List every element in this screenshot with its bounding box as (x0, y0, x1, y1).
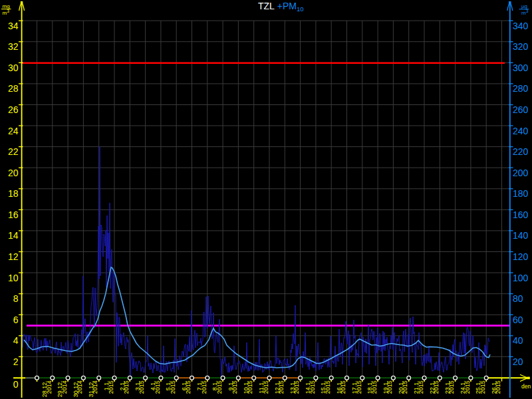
svg-text:den: den (521, 383, 531, 390)
svg-text:2015: 2015 (386, 380, 393, 394)
svg-text:2015: 2015 (293, 380, 300, 394)
svg-text:2015: 2015 (464, 380, 471, 394)
svg-text:2015: 2015 (418, 380, 424, 394)
svg-text:220: 220 (513, 146, 529, 157)
svg-text:34: 34 (8, 21, 19, 31)
svg-text:2015: 2015 (170, 380, 176, 394)
svg-text:2015: 2015 (216, 380, 223, 394)
svg-text:14: 14 (8, 230, 19, 241)
svg-text:2015: 2015 (123, 380, 130, 394)
svg-text:18: 18 (8, 188, 19, 199)
svg-text:240: 240 (513, 126, 529, 136)
svg-text:2014: 2014 (46, 380, 53, 394)
svg-text:0: 0 (13, 379, 19, 390)
svg-text:2015: 2015 (479, 380, 486, 394)
svg-text:TZL: TZL (258, 1, 275, 11)
svg-text:180: 180 (513, 188, 529, 199)
svg-text:280: 280 (513, 83, 529, 94)
svg-text:20: 20 (513, 356, 523, 367)
svg-text:2015: 2015 (495, 380, 501, 394)
svg-text:8: 8 (13, 293, 19, 304)
svg-text:2015: 2015 (201, 380, 207, 394)
svg-text:2015: 2015 (309, 380, 316, 394)
svg-text:2015: 2015 (278, 380, 285, 394)
svg-text:320: 320 (513, 41, 529, 52)
svg-text:2015: 2015 (263, 380, 269, 394)
svg-text:2015: 2015 (247, 380, 254, 394)
svg-text:160: 160 (513, 209, 529, 220)
svg-text:12: 12 (8, 251, 19, 262)
svg-text:2015: 2015 (138, 380, 145, 394)
svg-text:2015: 2015 (185, 380, 192, 394)
svg-text:2014: 2014 (76, 380, 83, 394)
svg-text:140: 140 (513, 230, 529, 241)
svg-text:200: 200 (513, 168, 529, 178)
svg-text:32: 32 (8, 41, 19, 52)
svg-text:300: 300 (513, 63, 529, 73)
svg-text:16: 16 (8, 209, 19, 220)
svg-text:80: 80 (513, 293, 523, 304)
svg-text:22: 22 (8, 146, 19, 157)
svg-text:20: 20 (8, 168, 19, 178)
svg-text:60: 60 (513, 315, 523, 325)
svg-text:2015: 2015 (325, 380, 331, 394)
svg-text:2: 2 (13, 356, 19, 367)
svg-text:6: 6 (13, 315, 19, 325)
svg-text:30: 30 (8, 63, 19, 73)
svg-text:2015: 2015 (371, 380, 378, 394)
svg-text:2015: 2015 (402, 380, 409, 394)
svg-text:40: 40 (513, 335, 523, 346)
svg-text:2014: 2014 (61, 380, 68, 394)
svg-text:100: 100 (513, 273, 529, 283)
svg-text:2015: 2015 (448, 380, 455, 394)
svg-text:2014: 2014 (92, 380, 99, 394)
svg-text:10: 10 (8, 273, 19, 283)
svg-text:26: 26 (8, 104, 19, 115)
svg-text:2015: 2015 (433, 380, 440, 394)
svg-text:2015: 2015 (154, 380, 161, 394)
svg-text:2015: 2015 (108, 380, 114, 394)
svg-text:2015: 2015 (340, 380, 346, 394)
svg-text:2015: 2015 (231, 380, 238, 394)
svg-text:340: 340 (513, 21, 529, 31)
svg-text:2015: 2015 (356, 380, 362, 394)
svg-text:28: 28 (8, 83, 19, 94)
svg-text:4: 4 (13, 335, 19, 346)
svg-text:120: 120 (513, 251, 529, 262)
svg-text:24: 24 (8, 126, 19, 136)
svg-text:260: 260 (513, 104, 529, 115)
